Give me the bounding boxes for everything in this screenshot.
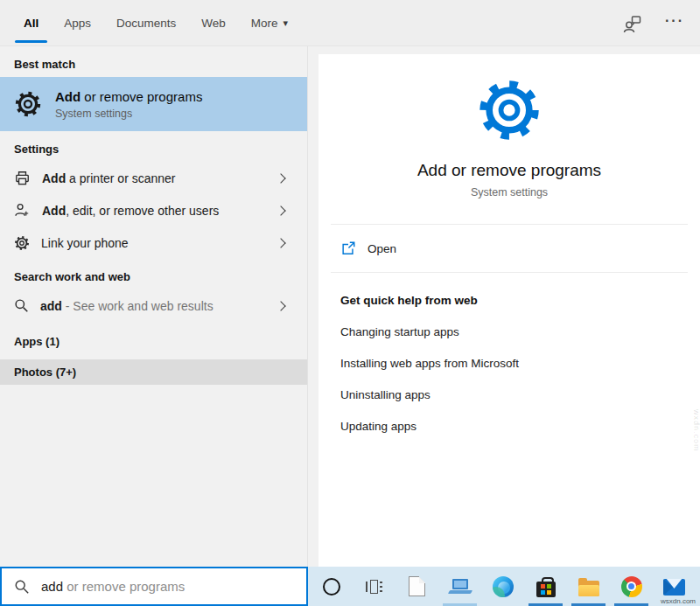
web-help-section: Get quick help from web Changing startup… (318, 273, 700, 433)
tab-more-label: More (251, 17, 278, 30)
photos-group-header[interactable]: Photos (7+) (0, 359, 307, 385)
search-typed-text: add (41, 579, 63, 594)
result-label-bold: Add (42, 171, 66, 185)
store-icon (536, 582, 556, 597)
result-label-rest: a printer or scanner (66, 171, 175, 185)
file-explorer-icon (578, 581, 599, 596)
tab-documents-label: Documents (116, 17, 176, 30)
tab-more[interactable]: More ▾ (251, 0, 288, 45)
taskbar: wsxdn.com (308, 567, 700, 606)
result-label-bold: Add (42, 204, 66, 218)
search-suggestion-text: or remove programs (63, 579, 185, 594)
tab-web-label: Web (201, 17, 226, 30)
tab-documents[interactable]: Documents (116, 0, 176, 45)
printer-icon (14, 170, 31, 186)
result-label: Add a printer or scanner (42, 171, 176, 185)
preview-title: Add or remove programs (318, 161, 700, 180)
best-match-header: Best match (0, 46, 307, 77)
chevron-right-icon[interactable] (276, 205, 285, 215)
gear-icon (476, 77, 542, 143)
gear-icon (14, 235, 30, 251)
preview-card: Add or remove programs System settings O… (318, 54, 700, 567)
tab-apps[interactable]: Apps (64, 0, 91, 45)
taskbar-button-file-explorer[interactable] (567, 567, 610, 606)
taskbar-button-store[interactable] (524, 567, 567, 606)
task-view-icon (366, 579, 383, 595)
taskbar-button-task-view[interactable] (353, 567, 396, 606)
best-match-title: Add or remove programs (55, 89, 202, 104)
preview-top: Add or remove programs System settings (318, 54, 700, 199)
result-label-rest: Link your phone (41, 236, 129, 250)
chevron-down-icon: ▾ (284, 17, 289, 29)
watermark-side-text: wxdn.com (692, 409, 700, 452)
topbar-actions: ··· (623, 0, 684, 46)
taskbar-button-chrome[interactable] (610, 567, 653, 606)
help-item-changing-startup-apps[interactable]: Changing startup apps (340, 325, 700, 338)
more-options-icon[interactable]: ··· (665, 14, 684, 33)
result-label-bold: add (40, 299, 62, 313)
tab-all[interactable]: All (24, 0, 38, 45)
search-icon (14, 298, 29, 313)
settings-header: Settings (0, 131, 307, 162)
watermark-text: wsxdn.com (661, 597, 696, 605)
search-filter-bar: All Apps Documents Web More ▾ ··· (0, 0, 700, 46)
gear-icon (14, 90, 42, 118)
help-item-updating-apps[interactable]: Updating apps (340, 420, 700, 433)
tab-web[interactable]: Web (201, 0, 226, 45)
best-match-text: Add or remove programs System settings (55, 89, 202, 120)
taskbar-button-laptop-app[interactable] (438, 567, 481, 606)
help-item-installing-web-apps[interactable]: Installing web apps from Microsoft (340, 357, 700, 370)
feedback-icon[interactable] (623, 14, 642, 33)
help-item-uninstalling-apps[interactable]: Uninstalling apps (340, 388, 700, 401)
apps-group-header[interactable]: Apps (1) (0, 329, 307, 354)
edge-icon (493, 576, 514, 597)
taskbar-button-cortana[interactable] (310, 567, 353, 606)
result-add-edit-remove-users[interactable]: Add, edit, or remove other users (0, 194, 307, 226)
windows-search-flyout: All Apps Documents Web More ▾ ··· Best m (0, 0, 700, 606)
result-label: add - See work and web results (40, 299, 214, 313)
laptop-icon (449, 578, 472, 596)
taskbar-search-input[interactable]: add or remove programs (0, 567, 308, 606)
result-label-rest: , edit, or remove other users (66, 204, 219, 218)
result-link-your-phone[interactable]: Link your phone (0, 226, 307, 259)
tab-all-label: All (24, 17, 38, 30)
open-label: Open (368, 242, 396, 255)
chevron-right-icon[interactable] (276, 173, 285, 183)
filter-tabs: All Apps Documents Web More ▾ (24, 0, 288, 45)
document-app-icon (409, 576, 425, 596)
preview-subtitle: System settings (318, 186, 700, 199)
add-user-icon (14, 202, 31, 219)
chrome-icon (621, 576, 642, 597)
preview-panel: Add or remove programs System settings O… (308, 46, 700, 567)
cortana-icon (323, 578, 340, 596)
best-match-title-rest: or remove programs (80, 89, 202, 104)
result-label: Link your phone (41, 236, 129, 250)
chevron-right-icon[interactable] (276, 301, 285, 310)
search-icon (14, 579, 30, 595)
result-add-printer-or-scanner[interactable]: Add a printer or scanner (0, 162, 307, 194)
best-match-subtitle: System settings (55, 108, 202, 120)
result-label-rest: - See work and web results (62, 299, 214, 313)
result-web-search[interactable]: add - See work and web results (0, 289, 307, 322)
search-input-text: add or remove programs (41, 579, 185, 594)
taskbar-button-document-app[interactable] (396, 567, 438, 606)
tab-apps-label: Apps (64, 17, 91, 30)
result-label: Add, edit, or remove other users (42, 204, 219, 218)
best-match-title-bold: Add (55, 89, 80, 104)
search-results-panel: Best match Add or remove programs System… (0, 46, 308, 567)
mail-icon (663, 579, 685, 596)
open-icon (340, 240, 356, 256)
help-header: Get quick help from web (340, 294, 700, 307)
taskbar-button-edge[interactable] (481, 567, 524, 606)
chevron-right-icon[interactable] (276, 238, 285, 247)
result-add-or-remove-programs[interactable]: Add or remove programs System settings (0, 77, 307, 131)
search-work-web-header: Search work and web (0, 259, 307, 289)
open-action[interactable]: Open (318, 225, 700, 272)
